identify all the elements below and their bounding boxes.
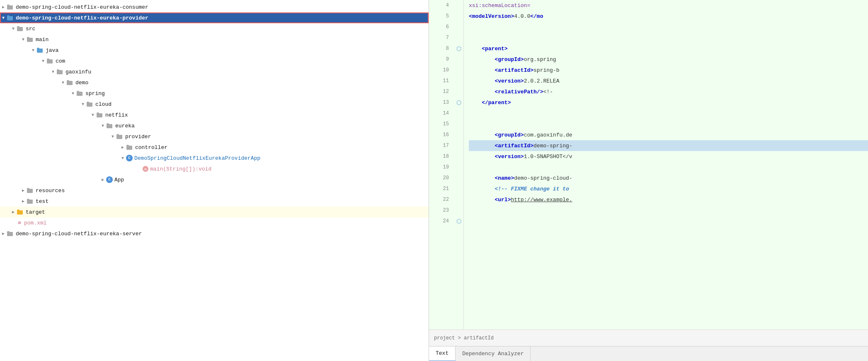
line-num-10: 10 (429, 65, 454, 76)
item-label: spring (85, 90, 105, 97)
line-num-18: 18 (429, 151, 454, 162)
java-class-icon: C (106, 176, 113, 183)
item-label: eureka (115, 123, 135, 129)
item-label: main (36, 37, 48, 43)
line-num-9: 9 (429, 54, 454, 65)
tree-item-cloud[interactable]: ▼ cloud (0, 99, 429, 110)
line-num-16: 16 (429, 129, 454, 140)
expand-arrow: ▶ (99, 177, 106, 182)
item-label: demo-spring-cloud-netflix-eureka-server (16, 231, 142, 237)
tree-item-com[interactable]: ▼ com (0, 56, 429, 66)
tab-text[interactable]: Text (429, 346, 456, 361)
item-label: provider (125, 134, 151, 140)
code-line-12: <relativePath/> <!- (469, 86, 868, 97)
tree-item-main[interactable]: ▼ main (0, 34, 429, 45)
tree-item-netflix[interactable]: ▼ netflix (0, 110, 429, 120)
code-line-18: <version>1.0-SNAPSHOT</v (469, 151, 868, 162)
folder-icon (46, 58, 54, 64)
folder-icon (27, 198, 34, 204)
bookmark-icon: ⬡ (456, 45, 461, 52)
tree-item-demo[interactable]: ▼ demo (0, 77, 429, 88)
tree-item-eureka-consumer[interactable]: ▶ demo-spring-cloud-netflix-eureka-consu… (0, 2, 429, 12)
code-line-16: <groupId>com.gaoxinfu.de (469, 129, 868, 140)
tree-item-provider[interactable]: ▼ provider (0, 131, 429, 142)
item-label: demo (75, 80, 88, 86)
code-line-5: <modelVersion>4.0.0</mo (469, 11, 868, 22)
expand-arrow: ▼ (80, 102, 86, 107)
line-num-6: 6 (429, 22, 454, 32)
code-line-15 (469, 119, 868, 129)
item-label: demo-spring-cloud-netflix-eureka-consume… (16, 4, 148, 10)
tree-item-controller[interactable]: ▶ controller (0, 142, 429, 153)
tree-item-resources[interactable]: ▶ resources (0, 185, 429, 196)
code-line-17: <artifactId>demo-spring- (469, 140, 868, 151)
code-line-10: <artifactId>spring-b (469, 65, 868, 76)
code-content[interactable]: xsi:schemaLocation= <modelVersion>4.0.0<… (464, 0, 868, 329)
item-label: DemoSpringCloudNetflixEurekaProviderApp (134, 155, 260, 161)
tree-item-pom[interactable]: ▶ m pom.xml (0, 217, 429, 228)
item-label: resources (36, 188, 65, 194)
code-line-4: xsi:schemaLocation= (469, 0, 868, 11)
code-line-7 (469, 32, 868, 43)
line-num-5: 5 (429, 11, 454, 22)
tree-item-gaoxinfu[interactable]: ▼ gaoxinfu (0, 66, 429, 77)
pom-icon: m (17, 220, 22, 226)
tree-item-eureka-server[interactable]: ▶ demo-spring-cloud-netflix-eureka-serve… (0, 228, 429, 239)
code-line-23 (469, 205, 868, 216)
gutter-cell-24: ⬡ (456, 216, 461, 227)
tab-dependency-analyzer[interactable]: Dependency Analyzer (456, 346, 531, 361)
line-num-11: 11 (429, 76, 454, 86)
folder-icon (126, 144, 133, 150)
folder-icon (7, 4, 14, 10)
code-line-20: <name>demo-spring-cloud- (469, 173, 868, 183)
code-line-21: <!-- FIXME change it to (469, 183, 868, 194)
gutter-cell-13: ⬡ (456, 97, 461, 108)
tree-item-eureka-provider[interactable]: ▼ demo-spring-cloud-netflix-eureka-provi… (0, 12, 429, 23)
item-label: main(String[]):void (150, 166, 211, 172)
tree-item-main-method[interactable]: m main(String[]):void (0, 163, 429, 174)
expand-arrow: ▶ (20, 188, 27, 193)
line-num-12: 12 (429, 86, 454, 97)
tree-item-test[interactable]: ▶ test (0, 196, 429, 207)
line-num-7: 7 (429, 32, 454, 43)
expand-arrow: ▼ (10, 27, 17, 31)
line-num-23: 23 (429, 205, 454, 216)
folder-icon (7, 231, 14, 237)
folder-icon (56, 69, 64, 75)
expand-arrow: ▶ (0, 231, 7, 236)
tree-item-target[interactable]: ▶ target (0, 207, 429, 217)
item-label: cloud (95, 101, 112, 107)
bookmark-icon: ⬡ (456, 218, 461, 225)
expand-arrow: ▶ (119, 145, 126, 150)
gutter: ⬡ ⬡ ⬡ (454, 0, 464, 329)
code-editor-panel: 4 5 6 7 8 9 10 11 12 13 14 15 16 17 18 1… (429, 0, 868, 361)
item-label: target (26, 209, 45, 215)
expand-arrow: ▼ (50, 70, 56, 74)
code-line-13: </parent> (469, 97, 868, 108)
tree-item-java[interactable]: ▼ java (0, 45, 429, 56)
file-tree-panel: ▶ demo-spring-cloud-netflix-eureka-consu… (0, 0, 429, 361)
tree-item-app[interactable]: ▶ C App (0, 174, 429, 185)
expand-arrow: ▼ (40, 59, 46, 63)
line-num-4: 4 (429, 0, 454, 11)
folder-icon (116, 134, 124, 139)
line-num-19: 19 (429, 162, 454, 173)
tree-item-spring[interactable]: ▼ spring (0, 88, 429, 99)
line-numbers: 4 5 6 7 8 9 10 11 12 13 14 15 16 17 18 1… (429, 0, 454, 329)
code-line-6 (469, 22, 868, 32)
code-line-22: <url>http://www.example. (469, 194, 868, 205)
bookmark-icon: ⬡ (456, 99, 461, 106)
line-num-20: 20 (429, 173, 454, 183)
expand-arrow: ▼ (0, 16, 7, 20)
expand-arrow: ▼ (70, 91, 76, 96)
folder-icon (66, 80, 74, 85)
file-tree: ▶ demo-spring-cloud-netflix-eureka-consu… (0, 0, 429, 361)
line-num-22: 22 (429, 194, 454, 205)
line-num-15: 15 (429, 119, 454, 129)
folder-icon (17, 26, 24, 32)
tree-item-eureka[interactable]: ▼ eureka (0, 120, 429, 131)
tree-item-src[interactable]: ▼ src (0, 23, 429, 34)
tree-item-provider-app[interactable]: ▼ C DemoSpringCloudNetflixEurekaProvider… (0, 153, 429, 163)
code-line-8: <parent> (469, 43, 868, 54)
code-line-14 (469, 108, 868, 119)
